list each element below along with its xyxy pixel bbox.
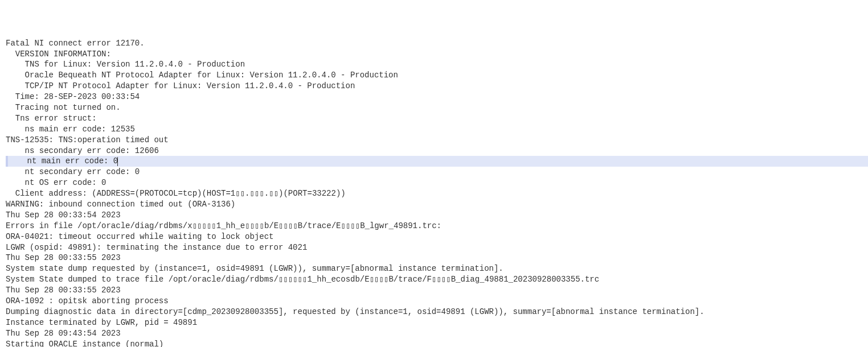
log-line: ns secondary err code: 12606 — [6, 146, 868, 156]
log-line: System State dumped to trace file /opt/o… — [6, 274, 868, 285]
log-line: Thu Sep 28 00:33:55 2023 — [6, 253, 868, 263]
log-line: Thu Sep 28 00:33:54 2023 — [6, 210, 868, 221]
log-line: Errors in file /opt/oracle/diag/rdbms/x▯… — [6, 221, 868, 232]
log-output: Fatal NI connect error 12170. VERSION IN… — [6, 38, 868, 347]
log-line: Tns error struct: — [6, 113, 868, 124]
log-line: nt OS err code: 0 — [6, 177, 868, 188]
log-line: WARNING: inbound connection timed out (O… — [6, 199, 868, 210]
log-line: Client address: (ADDRESS=(PROTOCOL=tcp)(… — [6, 188, 868, 199]
log-line: Instance terminated by LGWR, pid = 49891 — [6, 317, 868, 328]
log-line: nt secondary err code: 0 — [6, 167, 868, 177]
log-line: Fatal NI connect error 12170. — [6, 38, 868, 49]
log-line: Time: 28-SEP-2023 00:33:54 — [6, 92, 868, 102]
log-line: VERSION INFORMATION: — [6, 49, 868, 60]
log-line: TNS for Linux: Version 11.2.0.4.0 - Prod… — [6, 59, 868, 70]
log-line: ns main err code: 12535 — [6, 124, 868, 135]
log-line: ORA-04021: timeout occurred while waitin… — [6, 232, 868, 242]
log-line: LGWR (ospid: 49891): terminating the ins… — [6, 242, 868, 253]
log-line: Thu Sep 28 09:43:54 2023 — [6, 328, 868, 339]
log-line: Thu Sep 28 00:33:55 2023 — [6, 285, 868, 296]
log-line: Dumping diagnostic data in directory=[cd… — [6, 307, 868, 317]
log-line: TNS-12535: TNS:operation timed out — [6, 135, 868, 146]
log-line: Oracle Bequeath NT Protocol Adapter for … — [6, 70, 868, 81]
log-line: TCP/IP NT Protocol Adapter for Linux: Ve… — [6, 81, 868, 92]
log-line: nt main err code: 0 — [6, 156, 868, 167]
log-line: ORA-1092 : opitsk aborting process — [6, 296, 868, 307]
log-line: System state dump requested by (instance… — [6, 263, 868, 274]
log-line: Starting ORACLE instance (normal) — [6, 339, 868, 347]
text-cursor — [117, 157, 118, 166]
log-line: Tracing not turned on. — [6, 102, 868, 113]
